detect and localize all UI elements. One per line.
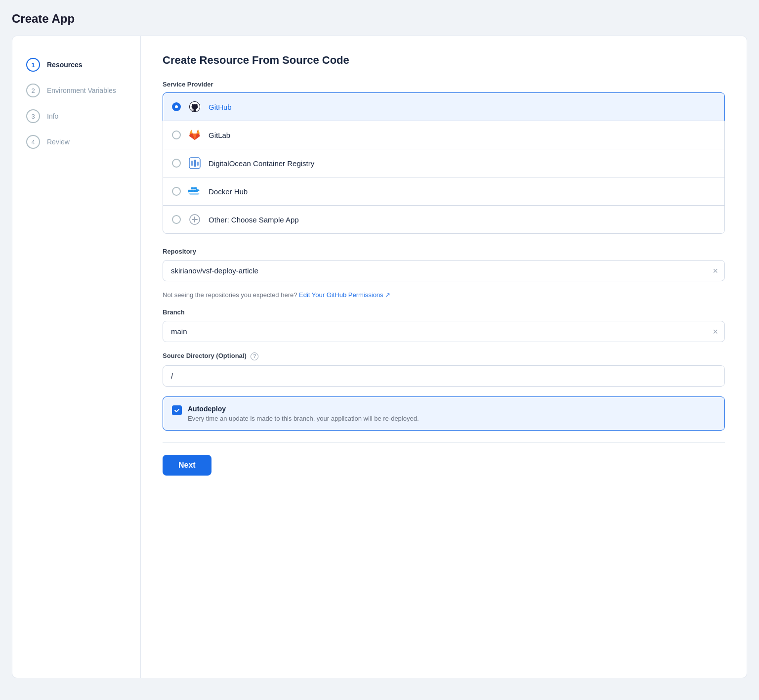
provider-option-github[interactable]: GitHub [163,92,725,121]
sidebar-label-env-vars: Environment Variables [47,87,116,94]
autodeploy-text: Autodeploy Every time an update is made … [188,405,419,422]
autodeploy-desc: Every time an update is made to this bra… [188,415,419,422]
sidebar-label-info: Info [47,112,58,120]
sidebar-label-review: Review [47,138,70,146]
provider-name-gitlab: GitLab [209,131,230,139]
radio-docker[interactable] [172,187,181,196]
radio-docr[interactable] [172,159,181,168]
main-card: 1 Resources 2 Environment Variables 3 In… [12,36,747,678]
provider-option-other[interactable]: Other: Choose Sample App [163,205,725,234]
gitlab-icon [188,128,202,142]
step-num-3: 3 [26,109,40,123]
sidebar-item-review[interactable]: 4 Review [12,129,140,155]
sidebar-item-resources[interactable]: 1 Resources [12,52,140,78]
sidebar: 1 Resources 2 Environment Variables 3 In… [12,36,141,678]
provider-option-gitlab[interactable]: GitLab [163,121,725,149]
provider-name-docr: DigitalOcean Container Registry [209,159,314,168]
svg-rect-4 [197,162,199,166]
provider-name-docker: Docker Hub [209,187,248,196]
branch-field-group: Branch × [163,308,725,342]
section-title: Create Resource From Source Code [163,54,725,67]
source-dir-label: Source Directory (Optional) ? [163,352,725,360]
source-dir-field-group: Source Directory (Optional) ? [163,352,725,387]
repository-input-wrap: × [163,260,725,281]
svg-rect-8 [191,187,194,189]
radio-github[interactable] [172,102,181,111]
repository-hint: Not seeing the repositories you expected… [163,291,725,299]
autodeploy-checkbox[interactable] [172,405,182,415]
sidebar-label-resources: Resources [47,61,83,69]
repository-input[interactable] [163,260,725,281]
footer-area: Next [163,442,725,480]
svg-rect-2 [191,161,193,166]
provider-list: GitHub GitLab [163,93,725,234]
repository-label: Repository [163,248,725,255]
sidebar-item-env-vars[interactable]: 2 Environment Variables [12,78,140,103]
content-area: Create Resource From Source Code Service… [141,36,747,678]
source-dir-help-icon[interactable]: ? [251,352,258,360]
github-icon [188,100,202,114]
radio-other[interactable] [172,215,181,224]
source-dir-input-wrap [163,365,725,387]
step-num-1: 1 [26,58,40,72]
next-button[interactable]: Next [163,455,211,476]
branch-input-wrap: × [163,321,725,342]
repository-field-group: Repository × [163,248,725,281]
autodeploy-box[interactable]: Autodeploy Every time an update is made … [163,396,725,431]
provider-name-other: Other: Choose Sample App [209,216,299,224]
provider-name-github: GitHub [209,103,232,111]
provider-option-docker[interactable]: Docker Hub [163,177,725,206]
sidebar-item-info[interactable]: 3 Info [12,103,140,129]
page-title: Create App [12,12,747,26]
branch-clear-icon[interactable]: × [713,327,718,336]
step-num-4: 4 [26,135,40,149]
radio-gitlab[interactable] [172,131,181,139]
autodeploy-title: Autodeploy [188,405,419,413]
repository-clear-icon[interactable]: × [713,266,718,275]
service-provider-label: Service Provider [163,81,725,88]
provider-option-docr[interactable]: DigitalOcean Container Registry [163,149,725,177]
other-icon [188,213,202,226]
svg-rect-5 [188,190,191,192]
source-dir-input[interactable] [163,365,725,387]
svg-rect-9 [194,187,197,189]
edit-github-permissions-link[interactable]: Edit Your GitHub Permissions ↗ [299,291,390,299]
docker-icon [188,184,202,198]
svg-rect-3 [194,160,196,167]
branch-label: Branch [163,308,725,316]
docr-icon [188,156,202,170]
step-num-2: 2 [26,84,40,97]
branch-input[interactable] [163,321,725,342]
svg-rect-6 [191,190,194,192]
